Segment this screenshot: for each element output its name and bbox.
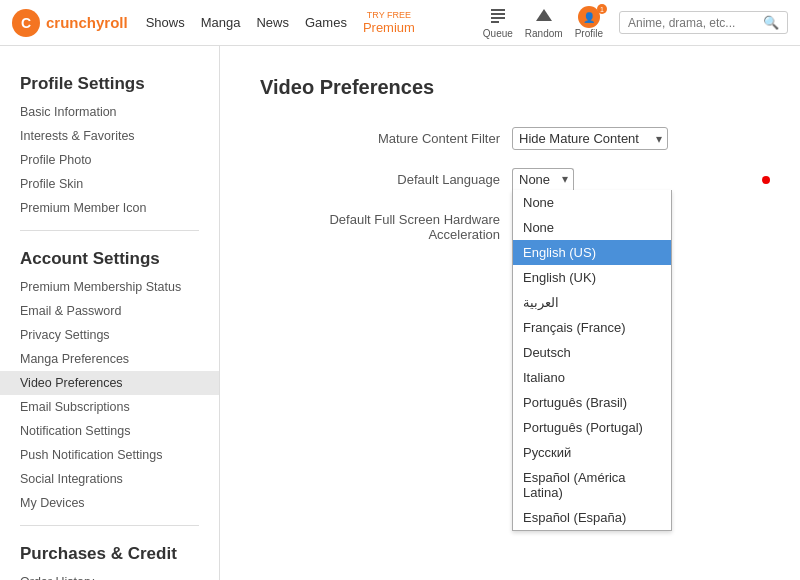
default-language-label: Default Language — [260, 168, 500, 187]
red-dot-indicator — [762, 176, 770, 184]
sidebar-link-manga-prefs[interactable]: Manga Preferences — [0, 347, 219, 371]
nav-manga[interactable]: Manga — [201, 15, 241, 30]
lang-option-en-us[interactable]: English (US) — [513, 240, 671, 265]
lang-option-es-la[interactable]: Español (América Latina) — [513, 465, 671, 505]
lang-option-en-uk[interactable]: English (UK) — [513, 265, 671, 290]
default-language-select-wrapper[interactable]: None — [512, 168, 574, 190]
sidebar-link-social[interactable]: Social Integrations — [0, 467, 219, 491]
sidebar-link-profile-skin[interactable]: Profile Skin — [0, 172, 219, 196]
random-icon-group[interactable]: Random — [525, 6, 563, 39]
sidebar-link-interests[interactable]: Interests & Favorites — [0, 124, 219, 148]
language-dropdown-menu[interactable]: None None English (US) English (UK) العر… — [512, 190, 672, 531]
sidebar-link-premium-icon[interactable]: Premium Member Icon — [0, 196, 219, 220]
sidebar: Profile Settings Basic Information Inter… — [0, 46, 220, 580]
nav-shows[interactable]: Shows — [146, 15, 185, 30]
sidebar-link-notifications[interactable]: Notification Settings — [0, 419, 219, 443]
content-area: Video Preferences Mature Content Filter … — [220, 46, 800, 580]
svg-rect-2 — [491, 17, 505, 19]
sidebar-link-privacy[interactable]: Privacy Settings — [0, 323, 219, 347]
sidebar-link-push-notif[interactable]: Push Notification Settings — [0, 443, 219, 467]
sidebar-link-video-prefs[interactable]: Video Preferences — [0, 371, 219, 395]
random-icon — [534, 6, 554, 26]
sidebar-link-email-subs[interactable]: Email Subscriptions — [0, 395, 219, 419]
nav-news[interactable]: News — [256, 15, 289, 30]
lang-option-it[interactable]: Italiano — [513, 365, 671, 390]
default-language-row: Default Language None None None English … — [260, 168, 760, 190]
mature-content-label: Mature Content Filter — [260, 127, 500, 146]
default-language-dropdown[interactable]: None None None English (US) English (UK)… — [512, 168, 574, 190]
nav-premium[interactable]: TRY FREE Premium — [363, 10, 415, 35]
queue-icon-group[interactable]: Queue — [483, 6, 513, 39]
hw-accel-row: Default Full Screen Hardware Acceleratio… — [260, 208, 760, 242]
header: C crunchyroll Shows Manga News Games TRY… — [0, 0, 800, 46]
header-icon-group: Queue Random 1 👤 Profile — [483, 6, 603, 39]
mature-content-select[interactable]: Hide Mature Content Show Mature Content — [512, 127, 668, 150]
queue-icon — [488, 6, 508, 26]
lang-option-ru[interactable]: Русский — [513, 440, 671, 465]
lang-option-es-es[interactable]: Español (España) — [513, 505, 671, 530]
sidebar-link-order-history[interactable]: Order History — [0, 570, 219, 580]
try-free-label: TRY FREE — [363, 10, 415, 20]
sidebar-link-profile-photo[interactable]: Profile Photo — [0, 148, 219, 172]
header-right: Queue Random 1 👤 Profile 🔍 — [483, 6, 788, 39]
sidebar-divider-1 — [20, 230, 199, 231]
lang-option-none1[interactable]: None — [513, 190, 671, 215]
profile-icon-group[interactable]: 1 👤 Profile — [575, 6, 603, 39]
mature-content-control: Hide Mature Content Show Mature Content — [512, 127, 668, 150]
lang-option-fr[interactable]: Français (France) — [513, 315, 671, 340]
main: Profile Settings Basic Information Inter… — [0, 46, 800, 580]
svg-rect-3 — [491, 21, 499, 23]
sidebar-link-basic-info[interactable]: Basic Information — [0, 100, 219, 124]
sidebar-section-purchases-title: Purchases & Credit — [0, 536, 219, 570]
page-title: Video Preferences — [260, 76, 760, 99]
svg-rect-1 — [491, 13, 505, 15]
logo-icon: C — [12, 9, 40, 37]
logo[interactable]: C crunchyroll — [12, 9, 128, 37]
random-label: Random — [525, 28, 563, 39]
lang-option-arabic[interactable]: العربية — [513, 290, 671, 315]
nav-games[interactable]: Games — [305, 15, 347, 30]
sidebar-section-profile-title: Profile Settings — [0, 66, 219, 100]
lang-option-pt-pt[interactable]: Português (Portugal) — [513, 415, 671, 440]
search-icon: 🔍 — [763, 15, 779, 30]
profile-badge: 1 — [597, 4, 607, 14]
default-language-select[interactable]: None — [512, 168, 574, 190]
sidebar-link-premium-status[interactable]: Premium Membership Status — [0, 275, 219, 299]
mature-content-row: Mature Content Filter Hide Mature Conten… — [260, 127, 760, 150]
svg-rect-0 — [491, 9, 505, 11]
queue-label: Queue — [483, 28, 513, 39]
hw-accel-label: Default Full Screen Hardware Acceleratio… — [260, 208, 500, 242]
lang-option-none2[interactable]: None — [513, 215, 671, 240]
search-input[interactable] — [628, 16, 758, 30]
premium-label: Premium — [363, 20, 415, 35]
sidebar-divider-2 — [20, 525, 199, 526]
default-language-control: None None None English (US) English (UK)… — [512, 168, 574, 190]
profile-label: Profile — [575, 28, 603, 39]
sidebar-link-email-password[interactable]: Email & Password — [0, 299, 219, 323]
mature-content-select-wrapper[interactable]: Hide Mature Content Show Mature Content — [512, 127, 668, 150]
search-bar[interactable]: 🔍 — [619, 11, 788, 34]
sidebar-link-devices[interactable]: My Devices — [0, 491, 219, 515]
svg-marker-4 — [536, 9, 552, 21]
sidebar-section-account-title: Account Settings — [0, 241, 219, 275]
lang-option-pt-br[interactable]: Português (Brasil) — [513, 390, 671, 415]
nav-links: Shows Manga News Games TRY FREE Premium — [146, 10, 415, 35]
lang-option-de[interactable]: Deutsch — [513, 340, 671, 365]
logo-text: crunchyroll — [46, 14, 128, 31]
